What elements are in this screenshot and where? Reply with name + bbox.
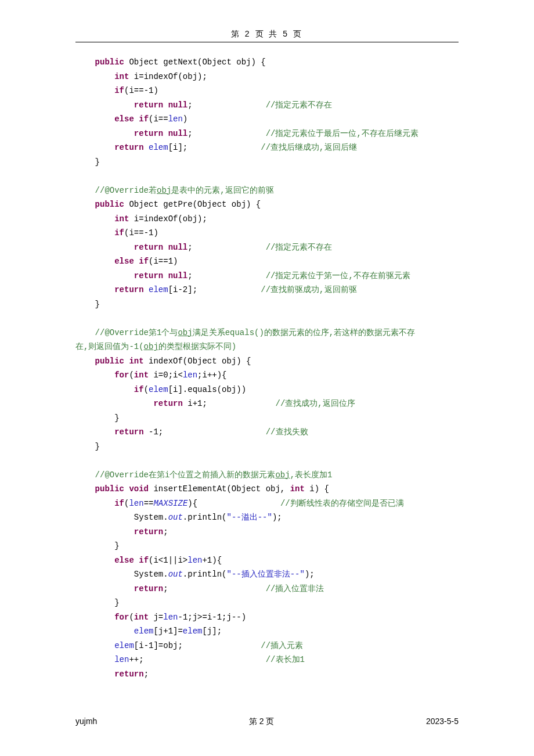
comment: 的类型根据实际不同) — [158, 342, 236, 351]
kw-if: if — [114, 228, 124, 237]
code-text: ); — [305, 570, 315, 579]
code-text: ( — [144, 385, 149, 394]
code-text: -1; — [149, 427, 163, 437]
kw-public-int: public int — [95, 357, 144, 366]
static: out — [168, 570, 183, 579]
code-text: (i<1||i> — [149, 556, 187, 565]
code-text: Object getNext(Object obj) { — [129, 57, 265, 67]
comment-underline: obj — [178, 328, 192, 337]
kw-return-null: return null — [134, 271, 187, 280]
member: len — [163, 613, 178, 622]
code-text: +1){ — [202, 556, 222, 565]
code-text: } — [114, 541, 119, 550]
kw-if: if — [114, 499, 124, 508]
kw-public: public — [95, 200, 124, 209]
kw-return: return — [134, 527, 163, 537]
comment: //判断线性表的存储空间是否已满 — [280, 499, 404, 508]
code-text: ;i++){ — [197, 370, 226, 380]
code-text: (i==-1) — [124, 86, 158, 95]
comment: //指定元素位于第一位,不存在前驱元素 — [266, 271, 410, 280]
comment: //插入位置非法 — [266, 584, 324, 593]
kw-return: return — [134, 584, 163, 593]
code-text: ++; — [129, 655, 143, 664]
code-text: ){ — [187, 499, 197, 508]
member: elem — [149, 143, 168, 152]
kw-return-null: return null — [134, 243, 187, 252]
member: elem — [149, 285, 168, 294]
kw-return: return — [114, 427, 143, 437]
kw-for: for — [114, 370, 129, 380]
member: len — [114, 655, 129, 664]
code-text: Object getPre(Object obj) { — [129, 200, 261, 209]
code-text: == — [144, 499, 154, 508]
member: elem — [149, 385, 168, 394]
comment: ,表长度加1 — [290, 470, 333, 480]
code-text: .println( — [183, 513, 227, 522]
static: out — [168, 513, 183, 522]
comment: 是表中的元素,返回它的前驱 — [171, 186, 273, 195]
kw-for: for — [114, 613, 129, 622]
code-text: ; — [144, 669, 149, 679]
kw-return: return — [114, 669, 143, 679]
kw-else-if: else if — [114, 114, 149, 124]
code-text: indexOf(Object obj) { — [149, 357, 251, 366]
kw-else-if: else if — [114, 556, 149, 565]
comment: //查找前驱成功,返回前驱 — [261, 285, 356, 294]
comment: //查找成功,返回位序 — [275, 399, 355, 408]
code-text: ; — [163, 527, 168, 537]
code-text: (i==1) — [149, 257, 178, 266]
code-text: ; — [163, 584, 168, 593]
comment: 在,则返回值为-1( — [75, 342, 144, 351]
code-text: (i== — [149, 114, 168, 124]
kw-else-if: else if — [114, 257, 149, 266]
code-text: [i-2]; — [168, 285, 197, 294]
comment: //指定元素不存在 — [266, 243, 333, 252]
code-text: ; — [187, 243, 192, 252]
kw-int: int — [134, 613, 149, 622]
string: "--插入位置非法--" — [226, 570, 304, 579]
code-text: ; — [187, 100, 192, 110]
kw-return: return — [153, 399, 182, 408]
kw-if: if — [134, 385, 144, 394]
code-text: ) — [183, 114, 187, 124]
code-block: public Object getNext(Object obj) { int … — [75, 55, 459, 681]
comment: //指定元素位于最后一位,不存在后继元素 — [266, 129, 418, 138]
kw-int: int — [114, 214, 129, 224]
code-text: (i==-1) — [124, 228, 158, 237]
code-text: i=0;i< — [149, 370, 183, 380]
static: MAXSIZE — [153, 499, 187, 508]
code-text: -1;j>=i-1;j--) — [178, 613, 247, 622]
kw-return-null: return null — [134, 129, 187, 138]
code-text: .println( — [183, 570, 227, 579]
code-text: System. — [134, 570, 168, 579]
code-text: [i]; — [168, 143, 188, 152]
member: len — [129, 499, 143, 508]
code-text: ( — [129, 613, 134, 622]
code-text: [j+1]= — [153, 627, 182, 636]
comment: //插入元素 — [261, 641, 303, 650]
comment: 满足关系equals()的数据元素的位序,若这样的数据元素不存 — [193, 328, 416, 337]
code-text: [i].equals(obj)) — [168, 385, 246, 394]
code-text: i+1; — [187, 399, 207, 408]
comment: //@Override第1个与 — [95, 328, 178, 337]
member: len — [168, 114, 183, 124]
comment-underline: obj — [275, 470, 290, 480]
code-text: i=indexOf(obj); — [134, 72, 207, 81]
code-text: i) { — [309, 484, 329, 494]
comment-underline: obj — [144, 342, 158, 351]
comment-underline: obj — [157, 186, 171, 195]
comment: //查找失败 — [266, 427, 308, 437]
member: len — [187, 556, 202, 565]
comment: //@Override在第i个位置之前插入新的数据元素 — [95, 470, 276, 480]
code-text: } — [95, 157, 100, 167]
code-text: insertElementAt(Object obj, — [153, 484, 285, 494]
kw-int: int — [290, 484, 305, 494]
code-text: } — [95, 442, 100, 451]
kw-return: return — [114, 143, 143, 152]
comment: //查找后继成功,返回后继 — [261, 143, 356, 152]
code-text: i=indexOf(obj); — [134, 214, 207, 224]
member: elem — [134, 627, 154, 636]
comment: //@Override若 — [95, 186, 157, 195]
comment: //表长加1 — [266, 655, 305, 664]
kw-public-void: public void — [95, 484, 149, 494]
